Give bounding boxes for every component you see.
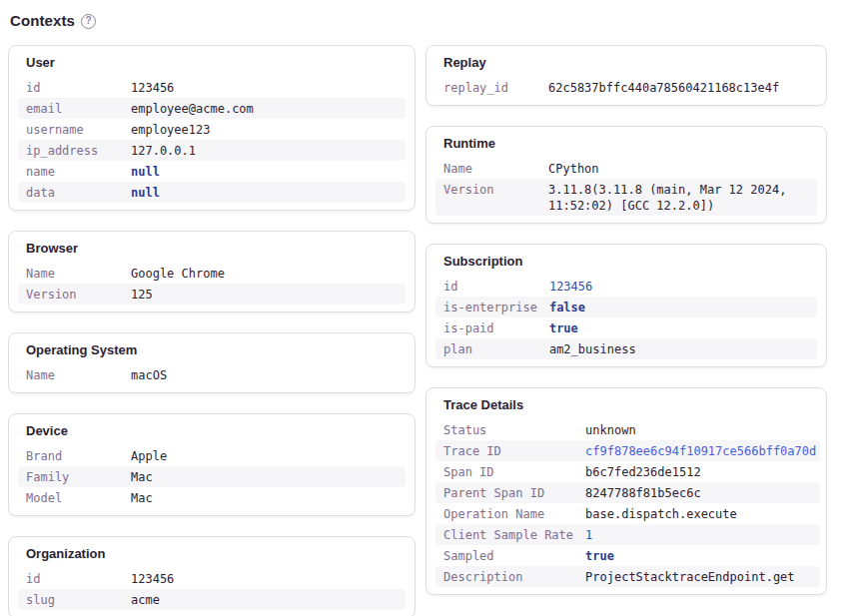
kv-value: 123456: [123, 568, 406, 589]
kv-row: namenull: [18, 161, 406, 182]
kv-key: Status: [435, 419, 577, 440]
kv-value: 123456: [123, 77, 406, 98]
context-columns: Userid123456emailemployee@acme.comuserna…: [8, 45, 827, 616]
kv-value: Apple: [123, 445, 406, 466]
kv-value: Mac: [123, 466, 406, 487]
context-card-organization: Organizationid123456slugacme: [8, 536, 416, 616]
kv-key: Trace ID: [435, 440, 577, 461]
kv-row: Trace IDcf9f878ee6c94f10917ce566bff0a70d: [435, 440, 820, 461]
card-title: Replay: [435, 52, 817, 77]
kv-value: null: [123, 182, 406, 203]
kv-key: email: [18, 98, 123, 119]
kv-row: is-enterprisefalse: [435, 297, 817, 317]
kv-key: name: [18, 161, 123, 182]
key-value-table: id123456slugacme: [18, 568, 406, 610]
page-title: Contexts: [10, 12, 75, 29]
kv-key: Parent Span ID: [435, 482, 577, 503]
context-card-browser: BrowserNameGoogle ChromeVersion125: [8, 231, 416, 312]
kv-value: unknown: [577, 419, 820, 440]
trace-id-link[interactable]: cf9f878ee6c94f10917ce566bff0a70d: [577, 440, 820, 461]
kv-value: base.dispatch.execute: [577, 503, 820, 524]
kv-key: Description: [435, 566, 577, 587]
context-card-subscription: Subscriptionid123456is-enterprisefalseis…: [425, 244, 827, 367]
kv-key: slug: [18, 589, 123, 610]
kv-row: FamilyMac: [18, 466, 406, 487]
kv-row: Client Sample Rate1: [435, 524, 820, 545]
kv-row: planam2_business: [435, 338, 817, 359]
kv-key: Brand: [18, 445, 123, 466]
kv-key: Name: [435, 158, 540, 179]
kv-row: NameGoogle Chrome: [18, 263, 406, 284]
card-title: Runtime: [435, 133, 817, 158]
kv-key: ip_address: [18, 140, 123, 161]
card-title: Browser: [18, 238, 406, 263]
kv-row: ModelMac: [18, 487, 406, 508]
kv-row: Operation Namebase.dispatch.execute: [435, 503, 820, 524]
kv-value: 127.0.0.1: [123, 140, 406, 161]
context-card-replay: Replayreplay_id62c5837bffc440a7856042116…: [425, 45, 827, 106]
context-card-trace-details: Trace DetailsStatusunknownTrace IDcf9f87…: [425, 387, 827, 595]
kv-row: NamemacOS: [18, 364, 406, 385]
kv-row: DescriptionProjectStacktraceEndpoint.get: [435, 566, 820, 587]
kv-key: plan: [435, 338, 541, 359]
kv-key: is-paid: [435, 317, 541, 338]
kv-row: Version3.11.8(3.11.8 (main, Mar 12 2024,…: [435, 179, 817, 216]
key-value-table: id123456is-enterprisefalseis-paidtruepla…: [435, 276, 817, 359]
key-value-table: BrandAppleFamilyMacModelMac: [18, 445, 406, 508]
kv-value: b6c7fed236de1512: [577, 461, 820, 482]
kv-row: usernameemployee123: [18, 119, 406, 140]
key-value-table: NamemacOS: [18, 364, 406, 385]
kv-row: replay_id62c5837bffc440a78560421168c13e4…: [435, 77, 817, 98]
right-column: Replayreplay_id62c5837bffc440a7856042116…: [425, 45, 827, 595]
kv-row: emailemployee@acme.com: [18, 98, 406, 119]
kv-key: replay_id: [435, 77, 540, 98]
card-title: Subscription: [435, 251, 817, 276]
key-value-table: NameCPythonVersion3.11.8(3.11.8 (main, M…: [435, 158, 817, 216]
kv-row: Statusunknown: [435, 419, 820, 440]
kv-value: true: [577, 545, 820, 566]
kv-key: Span ID: [435, 461, 577, 482]
kv-row: ip_address127.0.0.1: [18, 140, 406, 161]
kv-value: employee@acme.com: [123, 98, 406, 119]
kv-value: 1: [577, 524, 820, 545]
kv-value: false: [541, 297, 817, 317]
kv-key: username: [18, 119, 123, 140]
section-header: Contexts ?: [10, 12, 827, 29]
kv-value: Google Chrome: [123, 263, 406, 284]
card-title: User: [18, 52, 406, 77]
kv-row: Parent Span ID8247788f81b5ec6c: [435, 482, 820, 503]
kv-value: 62c5837bffc440a78560421168c13e4f: [540, 77, 817, 98]
kv-row: id123456: [435, 276, 817, 297]
kv-value: true: [541, 317, 817, 338]
question-mark-icon[interactable]: ?: [81, 14, 96, 29]
kv-key: is-enterprise: [435, 297, 541, 317]
kv-row: id123456: [18, 568, 406, 589]
context-card-device: DeviceBrandAppleFamilyMacModelMac: [8, 413, 416, 516]
key-value-table: replay_id62c5837bffc440a78560421168c13e4…: [435, 77, 817, 98]
kv-key: Version: [435, 179, 540, 216]
kv-value: 125: [123, 284, 406, 305]
kv-key: Family: [18, 466, 123, 487]
kv-row: BrandApple: [18, 445, 406, 466]
left-column: Userid123456emailemployee@acme.comuserna…: [8, 45, 416, 616]
kv-key: id: [18, 568, 123, 589]
kv-value: 8247788f81b5ec6c: [577, 482, 820, 503]
contexts-section: Contexts ? Userid123456emailemployee@acm…: [0, 0, 843, 616]
kv-row: datanull: [18, 182, 406, 203]
card-title: Device: [18, 420, 406, 445]
kv-key: id: [18, 77, 123, 98]
card-title: Operating System: [18, 339, 406, 364]
context-card-operating-system: Operating SystemNamemacOS: [8, 332, 416, 393]
card-title: Organization: [18, 543, 406, 568]
kv-key: Name: [18, 364, 123, 385]
kv-key: id: [435, 276, 541, 297]
kv-row: Sampledtrue: [435, 545, 820, 566]
kv-key: Version: [18, 284, 123, 305]
card-title: Trace Details: [435, 394, 817, 419]
kv-row: is-paidtrue: [435, 317, 817, 338]
kv-key: Client Sample Rate: [435, 524, 577, 545]
kv-key: Operation Name: [435, 503, 577, 524]
context-card-runtime: RuntimeNameCPythonVersion3.11.8(3.11.8 (…: [425, 126, 827, 224]
kv-value: acme: [123, 589, 406, 610]
key-value-table: NameGoogle ChromeVersion125: [18, 263, 406, 305]
